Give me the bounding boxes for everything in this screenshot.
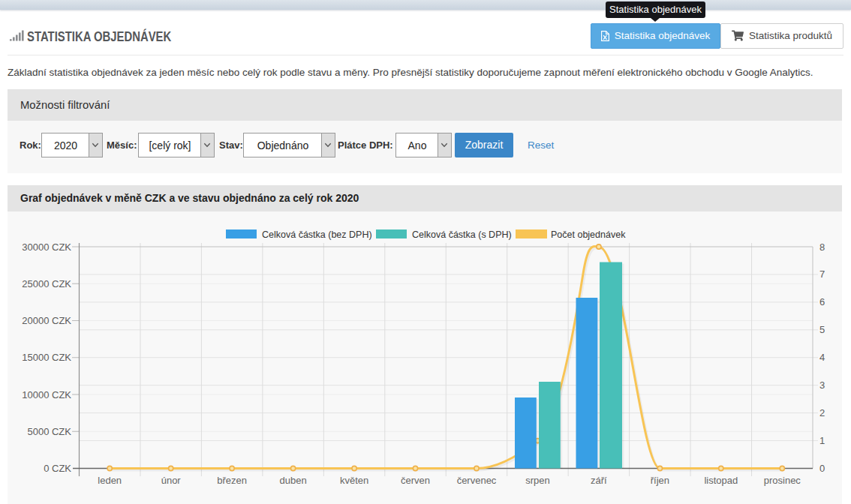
svg-text:4: 4 [819,352,825,363]
svg-text:1: 1 [819,435,825,446]
svg-text:0: 0 [819,463,825,474]
svg-text:březen: březen [217,475,247,486]
svg-text:25000 CZK: 25000 CZK [22,278,71,290]
svg-text:Počet objednávek: Počet objednávek [551,230,626,240]
svg-text:8: 8 [819,242,825,253]
svg-text:5: 5 [819,324,825,335]
svg-text:6: 6 [819,296,825,308]
svg-text:20000 CZK: 20000 CZK [22,315,71,326]
svg-text:říjen: říjen [651,475,669,486]
svg-text:prosinec: prosinec [764,475,801,486]
svg-text:srpen: srpen [525,475,550,486]
svg-text:10000 CZK: 10000 CZK [22,389,71,400]
svg-text:leden: leden [98,475,122,486]
svg-text:Celková částka (bez DPH): Celková částka (bez DPH) [262,230,372,240]
svg-text:2: 2 [819,407,825,418]
svg-text:listopad: listopad [704,475,738,486]
svg-text:3: 3 [819,380,825,391]
svg-text:únor: únor [161,475,182,486]
svg-text:Celková částka (s DPH): Celková částka (s DPH) [412,230,512,240]
svg-text:7: 7 [819,268,825,280]
svg-text:květen: květen [340,475,368,486]
svg-text:duben: duben [280,475,307,486]
svg-text:15000 CZK: 15000 CZK [22,352,71,363]
svg-text:0 CZK: 0 CZK [44,463,71,474]
svg-text:5000 CZK: 5000 CZK [27,426,71,437]
svg-text:červenec: červenec [457,475,497,486]
svg-text:30000 CZK: 30000 CZK [22,242,71,253]
svg-text:září: září [591,475,607,486]
svg-text:červen: červen [401,475,430,486]
